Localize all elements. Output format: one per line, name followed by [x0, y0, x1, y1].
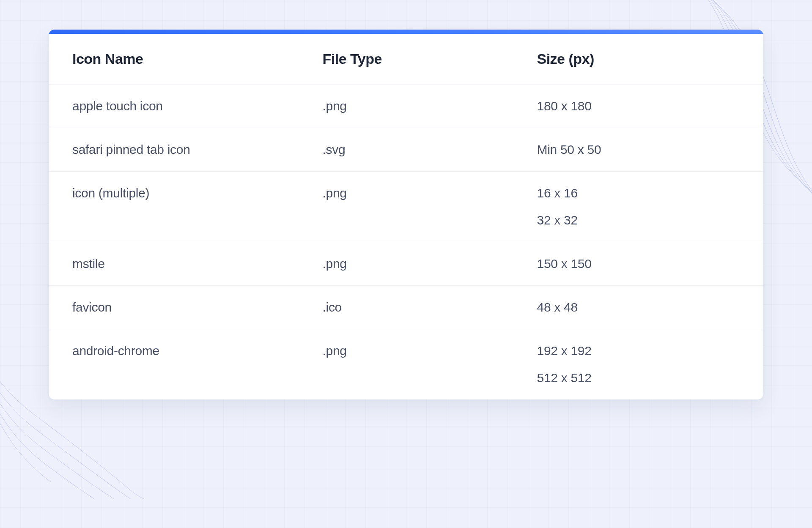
cell-icon-name: favicon [49, 286, 299, 329]
cell-icon-name: mstile [49, 242, 299, 286]
col-header-icon-name: Icon Name [49, 34, 299, 85]
size-value: 32 x 32 [537, 213, 740, 227]
table-row: mstile .png 150 x 150 [49, 242, 763, 286]
size-value: 150 x 150 [537, 257, 740, 271]
size-value: 48 x 48 [537, 300, 740, 315]
table-row: android-chrome .png 192 x 192 512 x 512 [49, 329, 763, 400]
table-row: apple touch icon .png 180 x 180 [49, 85, 763, 128]
cell-file-type: .png [299, 85, 513, 128]
size-value: Min 50 x 50 [537, 142, 740, 157]
cell-file-type: .svg [299, 128, 513, 172]
cell-file-type: .ico [299, 286, 513, 329]
card-accent-bar [49, 30, 763, 34]
cell-file-type: .png [299, 329, 513, 400]
icon-specs-table: Icon Name File Type Size (px) apple touc… [49, 34, 763, 399]
cell-icon-name: safari pinned tab icon [49, 128, 299, 172]
cell-size: 180 x 180 [513, 85, 764, 128]
table-header-row: Icon Name File Type Size (px) [49, 34, 763, 85]
table-row: icon (multiple) .png 16 x 16 32 x 32 [49, 172, 763, 242]
icon-specs-card: Icon Name File Type Size (px) apple touc… [49, 30, 763, 399]
cell-icon-name: icon (multiple) [49, 172, 299, 242]
size-value: 180 x 180 [537, 99, 740, 113]
cell-size: 16 x 16 32 x 32 [513, 172, 764, 242]
size-value: 16 x 16 [537, 186, 740, 200]
col-header-file-type: File Type [299, 34, 513, 85]
col-header-size: Size (px) [513, 34, 764, 85]
cell-file-type: .png [299, 242, 513, 286]
table-row: safari pinned tab icon .svg Min 50 x 50 [49, 128, 763, 172]
cell-icon-name: android-chrome [49, 329, 299, 400]
cell-size: 150 x 150 [513, 242, 764, 286]
cell-size: 192 x 192 512 x 512 [513, 329, 764, 400]
cell-size: Min 50 x 50 [513, 128, 764, 172]
cell-size: 48 x 48 [513, 286, 764, 329]
size-value: 192 x 192 [537, 344, 740, 358]
cell-icon-name: apple touch icon [49, 85, 299, 128]
cell-file-type: .png [299, 172, 513, 242]
size-value: 512 x 512 [537, 371, 740, 385]
table-row: favicon .ico 48 x 48 [49, 286, 763, 329]
